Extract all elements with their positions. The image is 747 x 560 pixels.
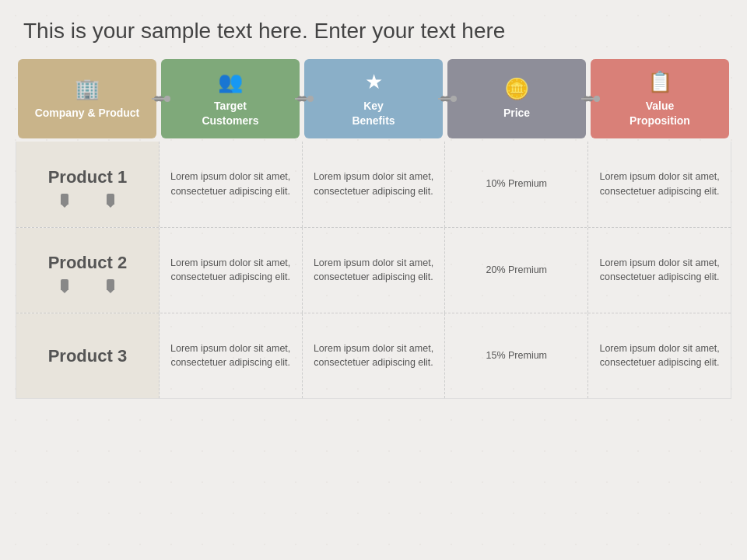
product-name-1: Product 1 (16, 142, 160, 227)
table-row: Product 2 Lorem ipsum dolor sit amet, co… (16, 227, 731, 313)
product-name-2: Product 2 (16, 228, 160, 313)
value-cell-2: Lorem ipsum dolor sit amet, consectetuer… (588, 228, 731, 313)
price-icon: 🪙 (504, 77, 529, 101)
value-icon: 📋 (647, 70, 672, 94)
table-row: Product 3 Lorem ipsum dolor sit amet, co… (16, 313, 731, 398)
product-name-3: Product 3 (16, 313, 160, 398)
table-row: Product 1 Lorem ipsum dolor sit amet, co… (16, 142, 731, 227)
header-company: 🏢 Company & Product (18, 59, 156, 138)
pins-row (26, 190, 149, 205)
key-icon: ★ (365, 70, 383, 94)
header-value: 📋 ValueProposition (591, 59, 729, 138)
price-label: Price (503, 106, 530, 120)
header-target: 👥 TargetCustomers (161, 59, 300, 138)
company-label: Company & Product (35, 106, 140, 120)
value-cell-1: Lorem ipsum dolor sit amet, consectetuer… (588, 142, 731, 227)
target-cell-2: Lorem ipsum dolor sit amet, consectetuer… (160, 228, 303, 313)
header-price: 🪙 Price (447, 59, 586, 138)
price-cell-1: 10% Premium (445, 142, 588, 227)
pin-left (61, 194, 68, 205)
key-label: KeyBenefits (352, 99, 395, 127)
price-cell-2: 20% Premium (445, 228, 588, 313)
main-content: 🏢 Company & Product 👥 TargetCustomers ★ … (0, 59, 747, 406)
pin-left (61, 279, 68, 290)
value-label: ValueProposition (630, 99, 690, 127)
pins-row (26, 275, 149, 290)
product-1-label: Product 1 (48, 164, 127, 190)
product-3-label: Product 3 (48, 343, 127, 369)
header-key: ★ KeyBenefits (304, 59, 443, 138)
key-cell-3: Lorem ipsum dolor sit amet, consectetuer… (303, 313, 446, 398)
price-cell-3: 15% Premium (445, 313, 588, 398)
page-title: This is your sample text here. Enter you… (0, 0, 747, 59)
key-cell-1: Lorem ipsum dolor sit amet, consectetuer… (303, 142, 446, 227)
header-row: 🏢 Company & Product 👥 TargetCustomers ★ … (16, 59, 731, 138)
target-icon: 👥 (218, 70, 243, 94)
target-cell-3: Lorem ipsum dolor sit amet, consectetuer… (160, 313, 303, 398)
target-label: TargetCustomers (202, 99, 258, 127)
company-icon: 🏢 (75, 77, 100, 101)
data-table: Product 1 Lorem ipsum dolor sit amet, co… (16, 142, 731, 399)
target-cell-1: Lorem ipsum dolor sit amet, consectetuer… (160, 142, 303, 227)
product-2-label: Product 2 (48, 250, 127, 275)
pin-right (107, 279, 114, 290)
pin-right (107, 194, 114, 205)
value-cell-3: Lorem ipsum dolor sit amet, consectetuer… (588, 313, 731, 398)
key-cell-2: Lorem ipsum dolor sit amet, consectetuer… (303, 228, 446, 313)
